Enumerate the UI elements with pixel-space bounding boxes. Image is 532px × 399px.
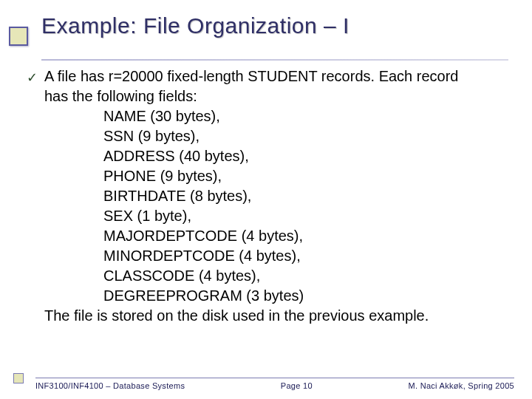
bullet-text: A file has r=20000 fixed-length STUDENT … [44,66,517,326]
bullet-item: ✓ A file has r=20000 fixed-length STUDEN… [27,66,517,326]
footer-divider [35,378,514,378]
check-icon: ✓ [27,66,44,86]
footer-right: M. Naci Akkøk, Spring 2005 [408,381,514,390]
footer: INF3100/INF4100 – Database Systems Page … [35,381,514,390]
field-line: ADDRESS (40 bytes), [44,146,517,166]
footer-center: Page 10 [281,381,313,390]
left-ornament [0,0,30,399]
tail-line: The file is stored on the disk used in t… [44,306,517,326]
title-area: Example: File Organization – I [41,13,517,38]
footer-left: INF3100/INF4100 – Database Systems [35,381,185,390]
lead-line-a: A file has r=20000 fixed-length STUDENT … [44,66,517,86]
field-line: MAJORDEPTCODE (4 bytes), [44,226,517,246]
field-line: DEGREEPROGRAM (3 bytes) [44,286,517,306]
lead-line-b: has the following fields: [44,86,517,106]
field-line: NAME (30 bytes), [44,106,517,126]
field-line: SSN (9 bytes), [44,126,517,146]
field-line: MINORDEPTCODE (4 bytes), [44,246,517,266]
slide-body: ✓ A file has r=20000 fixed-length STUDEN… [27,66,517,326]
field-line: BIRTHDATE (8 bytes), [44,186,517,206]
field-line: PHONE (9 bytes), [44,166,517,186]
title-underline [41,59,508,61]
slide: Example: File Organization – I ✓ A file … [0,0,532,399]
ornament-square-icon [9,27,28,46]
ornament-small-square-icon [13,373,24,383]
slide-title: Example: File Organization – I [41,13,517,38]
field-line: CLASSCODE (4 bytes), [44,266,517,286]
field-line: SEX (1 byte), [44,206,517,226]
